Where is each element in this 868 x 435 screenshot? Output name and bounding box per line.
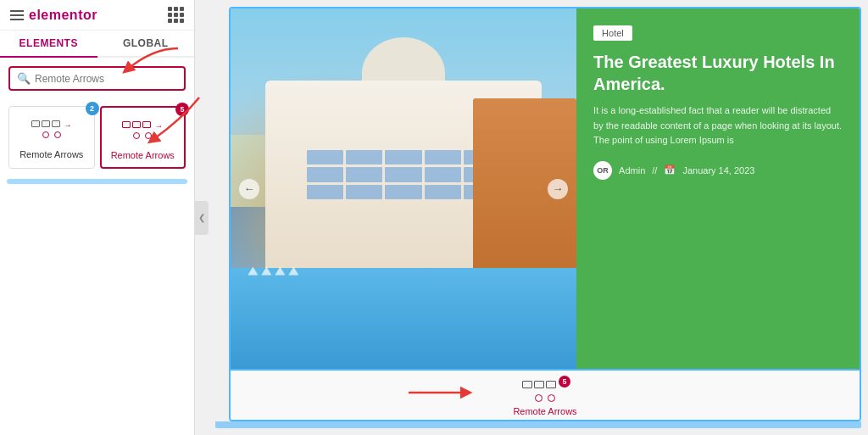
slide-text-panel: Hotel The Greatest Luxury Hotels In Amer… xyxy=(576,8,860,369)
annotation-arrow-bottom xyxy=(400,377,485,411)
search-box[interactable]: 🔍 xyxy=(8,66,186,91)
right-arrow-button[interactable]: → xyxy=(548,179,568,199)
meta-separator: // xyxy=(652,165,657,176)
widget-icon-area-1: → xyxy=(26,114,77,144)
poolside-items xyxy=(248,247,559,276)
bottom-badge: 5 xyxy=(559,376,570,388)
collapse-handle[interactable]: ❮ xyxy=(195,201,209,235)
widget-card-1[interactable]: 2 → Remote Arrows xyxy=(8,106,95,169)
search-icon: 🔍 xyxy=(17,72,31,85)
hotel-badge: Hotel xyxy=(593,25,632,41)
building-windows xyxy=(307,150,501,199)
search-input[interactable] xyxy=(35,73,177,85)
widget-label-1: Remote Arrows xyxy=(19,149,83,159)
slide-meta: OR Admin // 📅 January 14, 2023 xyxy=(593,161,843,180)
grid-icon[interactable] xyxy=(168,7,184,23)
collapse-icon: ❮ xyxy=(198,213,205,222)
slide-description: It is a long-established fact that a rea… xyxy=(593,103,843,148)
sidebar-scrollbar xyxy=(7,179,187,184)
tab-elements[interactable]: ELEMENTS xyxy=(0,31,97,58)
slide-image: ← → xyxy=(231,8,576,369)
sidebar-header: elementor xyxy=(0,0,194,31)
tab-global[interactable]: GLOBAL xyxy=(97,31,195,56)
slider-content: ← → Hotel The Greatest Luxury Hotels In … xyxy=(231,8,860,369)
left-arrow-button[interactable]: ← xyxy=(239,179,259,199)
pool-area xyxy=(231,268,576,369)
hotel-photo xyxy=(231,8,576,369)
widget-grid: 2 → Remote Arrows 5 xyxy=(0,99,194,176)
widget-label-2: Remote Arrows xyxy=(111,150,175,160)
or-badge: OR xyxy=(593,161,612,180)
bottom-scrollbar xyxy=(215,421,861,428)
meta-date-icon: 📅 xyxy=(664,165,676,176)
remote-arrows-widget-icon-2: → xyxy=(122,121,163,139)
widget-badge-2: 5 xyxy=(175,103,189,116)
meta-date: January 14, 2023 xyxy=(682,165,754,176)
hamburger-icon[interactable] xyxy=(10,10,24,20)
bottom-widget-area: 5 → Remote Arrows xyxy=(231,369,860,420)
bottom-widget-label: Remote Arrows xyxy=(513,406,576,416)
logo-text: elementor xyxy=(29,8,97,23)
sidebar: elementor ELEMENTS GLOBAL 🔍 2 xyxy=(0,0,195,435)
preview-canvas: ← → Hotel The Greatest Luxury Hotels In … xyxy=(229,7,861,421)
widget-card-2[interactable]: 5 → Remote Arrows xyxy=(100,106,186,169)
meta-author: Admin xyxy=(619,165,645,176)
remote-arrows-widget-icon-1: → xyxy=(31,120,72,138)
slide-title: The Greatest Luxury Hotels In America. xyxy=(593,51,843,95)
sidebar-logo: elementor xyxy=(10,8,97,23)
main-content: ← → Hotel The Greatest Luxury Hotels In … xyxy=(209,0,868,435)
widget-badge-1: 2 xyxy=(86,102,99,115)
sidebar-tabs: ELEMENTS GLOBAL xyxy=(0,31,194,58)
widget-icon-area-2: → xyxy=(117,114,168,145)
